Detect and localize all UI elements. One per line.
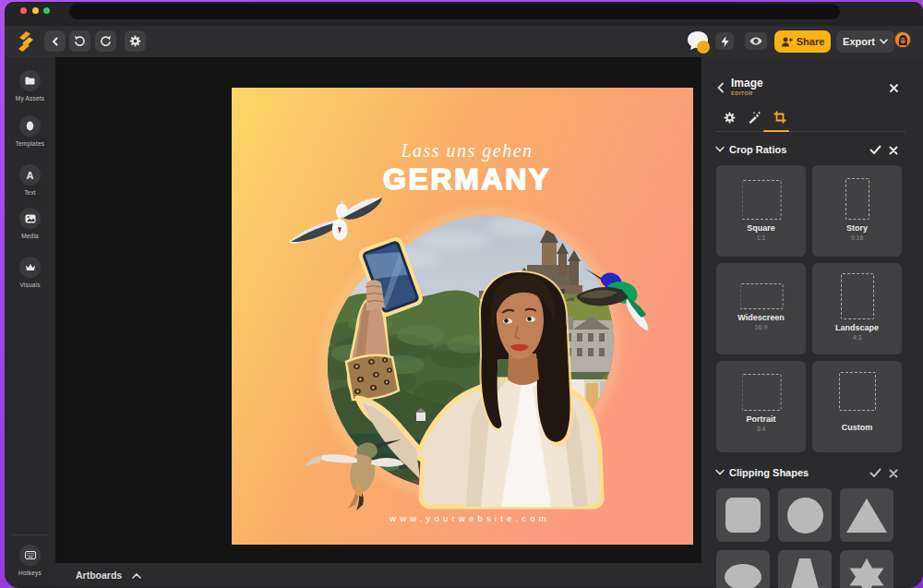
svg-text:GERMANY: GERMANY [383,162,551,196]
svg-text:Lass uns gehen: Lass uns gehen [400,140,533,162]
svg-text:www.yourwebsite.com: www.yourwebsite.com [389,513,550,523]
